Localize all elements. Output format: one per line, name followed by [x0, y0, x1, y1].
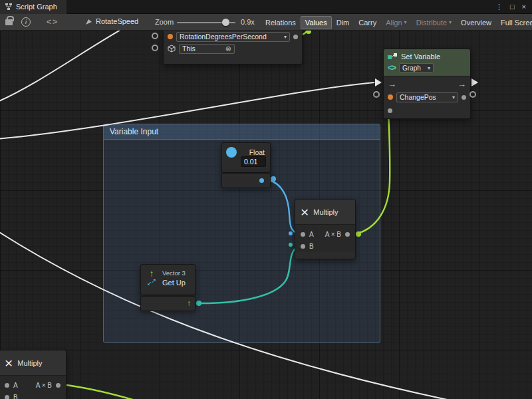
input-port-b[interactable]: [5, 395, 9, 399]
node-set-variable[interactable]: Set Variable <> Graph ▾ → → ChangePos ▾: [383, 49, 471, 119]
chevron-down-icon: ▾: [281, 34, 287, 40]
wire-endpoint: [306, 31, 311, 34]
float-output-port[interactable]: [259, 178, 264, 183]
variable-kind-dot: [388, 94, 393, 100]
port-result-label: A × B: [36, 382, 52, 389]
object-picker-icon[interactable]: ⊗: [225, 45, 231, 53]
flow-out-arrow-icon[interactable]: →: [458, 80, 466, 88]
output-port[interactable]: [469, 91, 476, 98]
multiply-icon: ×: [5, 356, 13, 370]
node-multiply-2[interactable]: × Multiply A A × B B: [0, 350, 66, 399]
zoom-label: Zoom: [155, 18, 174, 26]
vector3-type-label: Vector 3: [162, 269, 186, 277]
get-up-title: Get Up: [162, 279, 186, 287]
input-port-b[interactable]: [301, 244, 305, 249]
variable-kind-dot: [168, 34, 173, 39]
set-variable-icon: [388, 53, 398, 60]
zoom-slider-handle[interactable]: [222, 19, 229, 26]
multiply-title: Multiply: [313, 208, 338, 216]
toolbar: i <> RotateSpeed Zoom 0.9x Relations Val…: [0, 14, 532, 31]
target-label: This: [182, 45, 196, 53]
dim-button[interactable]: Dim: [332, 16, 354, 29]
relations-button[interactable]: Relations: [261, 16, 301, 29]
value-input-port[interactable]: [388, 108, 392, 113]
output-port-result[interactable]: [56, 383, 61, 388]
input-port-a[interactable]: [301, 232, 305, 237]
align-button[interactable]: Align▾: [381, 16, 411, 29]
carry-button[interactable]: Carry: [354, 16, 381, 29]
node-float-port-strip[interactable]: [221, 173, 271, 188]
target-object-field[interactable]: This ⊗: [179, 44, 235, 54]
set-variable-name-label: ChangePos: [400, 93, 436, 101]
scope-label: Graph: [402, 65, 421, 72]
title-bar: Script Graph ⋮ □ ×: [0, 0, 532, 14]
multiply-title: Multiply: [17, 359, 42, 367]
set-variable-header[interactable]: Set Variable <> Graph ▾: [384, 49, 470, 76]
variable-name-dropdown[interactable]: RotationDegreesPerSecond ▾: [176, 32, 290, 42]
maximize-icon[interactable]: □: [510, 3, 515, 11]
values-button[interactable]: Values: [301, 16, 332, 29]
lock-icon[interactable]: [5, 19, 13, 25]
script-graph-icon: [5, 3, 13, 11]
node-get-up-port-strip[interactable]: ↑: [140, 296, 196, 311]
kebab-menu-icon[interactable]: ⋮: [495, 3, 503, 11]
overview-button[interactable]: Overview: [456, 16, 496, 29]
node-multiply[interactable]: × Multiply A A × B B: [295, 199, 356, 259]
node-rotation-variable[interactable]: RotationDegreesPerSecond ▾ This ⊗: [163, 31, 303, 65]
tab-script-graph[interactable]: Script Graph: [0, 0, 66, 14]
node-vector3-get-up[interactable]: ↑ ↗ ↙ Vector 3 Get Up: [140, 264, 196, 295]
port-b-label: B: [13, 394, 18, 399]
fullscreen-button[interactable]: Full Screen: [496, 16, 532, 29]
window-controls: ⋮ □ ×: [495, 3, 532, 11]
info-icon[interactable]: i: [21, 17, 31, 27]
graph-canvas[interactable]: Variable Input RotationDegreesPerSecond: [0, 31, 532, 399]
chevron-down-icon: ▾: [449, 20, 452, 25]
value-wire-bottom-multiply[interactable]: [61, 384, 140, 399]
graph-asset-icon: [85, 18, 92, 25]
up-arrow-icon: ↑: [150, 269, 154, 278]
float-value-input[interactable]: 0.01: [241, 156, 266, 167]
variable-name-label: RotationDegreesPerSecond: [180, 33, 267, 41]
set-variable-name-dropdown[interactable]: ChangePos ▾: [396, 92, 458, 102]
input-port[interactable]: [373, 91, 380, 98]
zoom-slider[interactable]: [177, 15, 235, 29]
port-b-label: B: [309, 243, 314, 250]
window-title: Script Graph: [16, 3, 57, 11]
variable-scope-dropdown[interactable]: Graph ▾: [399, 63, 434, 72]
vector3-type-icon: ↗ ↙: [147, 278, 156, 287]
node-float-literal[interactable]: Float 0.01: [221, 142, 271, 173]
variable-output-port[interactable]: [293, 35, 298, 39]
flow-in-triangle[interactable]: [375, 78, 382, 86]
input-port[interactable]: [152, 45, 158, 51]
close-icon[interactable]: ×: [522, 3, 526, 11]
input-port-a[interactable]: [5, 383, 9, 388]
value-output-port[interactable]: [462, 95, 466, 100]
float-label: Float: [241, 148, 266, 156]
toolbar-buttons: Relations Values Dim Carry Align▾ Distri…: [261, 15, 532, 29]
set-variable-title: Set Variable: [401, 53, 440, 61]
vector3-output-port[interactable]: ↑: [187, 299, 191, 308]
flow-wire[interactable]: [0, 31, 126, 102]
chevron-down-icon: ▾: [404, 20, 407, 25]
input-port[interactable]: [152, 33, 158, 39]
port-a-label: A: [13, 382, 18, 389]
graph-asset[interactable]: RotateSpeed: [85, 17, 138, 25]
group-title[interactable]: Variable Input: [104, 124, 380, 140]
float-type-icon: [226, 147, 237, 158]
port-result-label: A × B: [325, 231, 341, 238]
multiply-icon: ×: [301, 205, 309, 219]
distribute-button[interactable]: Distribute▾: [412, 16, 456, 29]
chevron-down-icon: ▾: [449, 94, 455, 100]
gameobject-cube-icon: [168, 45, 176, 53]
port-a-label: A: [309, 231, 314, 238]
zoom-value: 0.9x: [241, 18, 255, 26]
code-brackets-icon[interactable]: <>: [47, 17, 59, 27]
graph-asset-name: RotateSpeed: [96, 17, 138, 25]
flow-out-triangle[interactable]: [471, 78, 478, 86]
chevron-down-icon: ▾: [424, 65, 430, 71]
output-port-result[interactable]: [345, 232, 350, 237]
variables-logo-icon: <>: [388, 63, 396, 72]
flow-in-arrow-icon[interactable]: →: [388, 80, 396, 88]
